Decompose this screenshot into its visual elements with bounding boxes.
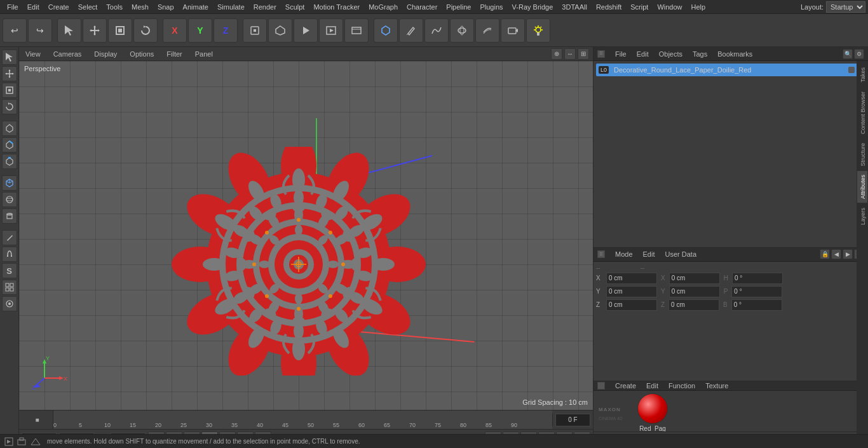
deformer-btn[interactable] xyxy=(475,18,499,43)
vp-icon-2[interactable]: ↔ xyxy=(564,48,576,60)
attr-userdata-menu[interactable]: User Data xyxy=(663,250,700,259)
sidebar-S[interactable]: S xyxy=(2,263,17,278)
menu-sculpt[interactable]: Sculpt xyxy=(281,2,309,12)
menu-edit[interactable]: Edit xyxy=(23,2,44,12)
render-btn[interactable] xyxy=(294,18,318,43)
menu-simulate[interactable]: Simulate xyxy=(213,2,249,12)
vp-icon-1[interactable]: ⊕ xyxy=(551,48,562,60)
redo-button[interactable]: ↪ xyxy=(28,18,52,43)
sidebar-rotate-tool[interactable] xyxy=(2,99,17,114)
poly-mode-btn[interactable] xyxy=(268,18,292,43)
y-pos-input[interactable] xyxy=(606,286,657,297)
shelf-function-menu[interactable]: Function xyxy=(666,381,698,390)
material-slot-1[interactable]: Red_Pag xyxy=(637,393,668,432)
attr-prev-icon[interactable]: ◀ xyxy=(831,249,841,259)
vp-options-menu[interactable]: Options xyxy=(127,49,156,59)
render-queue-btn[interactable] xyxy=(319,18,343,43)
tab-structure[interactable]: Structure xyxy=(857,139,867,170)
attr-edit-menu[interactable]: Edit xyxy=(641,250,658,259)
menu-help[interactable]: Help xyxy=(687,2,710,12)
shelf-texture-menu[interactable]: Texture xyxy=(703,381,731,390)
sidebar-point[interactable] xyxy=(2,154,17,169)
obj-bookmarks-menu[interactable]: Bookmarks xyxy=(715,50,755,58)
vp-display-menu[interactable]: Display xyxy=(92,49,119,59)
rotate-tool[interactable] xyxy=(133,18,158,43)
shelf-create-menu[interactable]: Create xyxy=(613,381,639,390)
obj-vis-icon[interactable] xyxy=(848,67,855,73)
pen-btn[interactable] xyxy=(399,18,423,43)
spline-btn[interactable] xyxy=(424,18,449,43)
menu-select[interactable]: Select xyxy=(74,2,102,12)
sidebar-move-tool[interactable] xyxy=(2,66,17,81)
menu-window[interactable]: Window xyxy=(653,2,686,12)
nurbs-btn[interactable] xyxy=(450,18,474,43)
pointer-tool[interactable] xyxy=(57,18,81,43)
scale-tool[interactable] xyxy=(108,18,132,43)
b-input[interactable] xyxy=(731,299,782,311)
x-rot-input[interactable] xyxy=(669,273,720,284)
sidebar-grid[interactable] xyxy=(2,280,17,295)
tab-content-browser[interactable]: Content Browser xyxy=(857,88,867,138)
obj-objects-menu[interactable]: Objects xyxy=(656,50,685,58)
menu-3dta[interactable]: 3DTAAll xyxy=(557,2,592,12)
h-input[interactable] xyxy=(732,273,783,284)
obj-search-icon[interactable]: 🔍 xyxy=(843,49,853,59)
status-icon-1[interactable] xyxy=(4,437,14,447)
obj-file-menu[interactable]: File xyxy=(613,50,629,58)
menu-snap[interactable]: Snap xyxy=(153,2,179,12)
menu-plugins[interactable]: Plugins xyxy=(475,2,507,12)
sidebar-polygon[interactable] xyxy=(2,121,17,136)
menu-create[interactable]: Create xyxy=(44,2,74,12)
vp-filter-menu[interactable]: Filter xyxy=(164,49,184,59)
menu-mesh[interactable]: Mesh xyxy=(127,2,153,12)
camera-btn[interactable] xyxy=(501,18,525,43)
shelf-edit-menu[interactable]: Edit xyxy=(644,381,661,390)
timeline-ruler[interactable]: 0 5 10 15 20 25 30 35 40 45 50 55 60 65 xyxy=(53,411,552,429)
undo-button[interactable]: ↩ xyxy=(3,18,27,43)
p-input[interactable] xyxy=(731,286,782,297)
move-tool[interactable] xyxy=(83,18,107,43)
menu-mograph[interactable]: MoGraph xyxy=(364,2,402,12)
vp-cameras-menu[interactable]: Cameras xyxy=(51,49,85,59)
obj-mode-btn[interactable] xyxy=(243,18,267,43)
menu-animate[interactable]: Animate xyxy=(179,2,213,12)
y-axis-btn[interactable]: Y xyxy=(188,18,212,43)
material-ball-red[interactable] xyxy=(637,393,668,424)
menu-pipeline[interactable]: Pipeline xyxy=(442,2,475,12)
y-rot-input[interactable] xyxy=(669,286,720,297)
obj-tags-menu[interactable]: Tags xyxy=(690,50,710,58)
status-icon-3[interactable] xyxy=(29,437,42,447)
menu-tools[interactable]: Tools xyxy=(102,2,127,12)
object-row-doilie[interactable]: L0 Decorative_Round_Lace_Paper_Doilie_Re… xyxy=(596,64,865,76)
tab-takes[interactable]: Takes xyxy=(857,64,867,86)
sidebar-sphere[interactable] xyxy=(2,192,17,207)
viewport-canvas[interactable]: Perspective Grid Spacing : 10 cm Y X Z xyxy=(19,61,593,410)
light-btn[interactable] xyxy=(526,18,550,43)
z-pos-input[interactable] xyxy=(606,299,657,311)
obj-edit-menu[interactable]: Edit xyxy=(634,50,651,58)
z-axis-btn[interactable]: Z xyxy=(214,18,238,43)
current-frame-input[interactable] xyxy=(555,414,590,426)
status-icon-2[interactable] xyxy=(17,437,27,447)
vp-view-menu[interactable]: View xyxy=(23,49,43,59)
tab-layers[interactable]: Layers xyxy=(857,204,867,229)
vp-icon-3[interactable]: ⊞ xyxy=(578,48,589,60)
obj-settings-icon[interactable]: ⚙ xyxy=(854,49,864,59)
menu-motion-tracker[interactable]: Motion Tracker xyxy=(309,2,364,12)
sidebar-scale-tool[interactable] xyxy=(2,83,17,98)
menu-render[interactable]: Render xyxy=(249,2,281,12)
tab-attributes[interactable]: Attributes xyxy=(857,171,867,203)
attr-mode-menu[interactable]: Mode xyxy=(613,250,635,259)
x-axis-btn[interactable]: X xyxy=(163,18,187,43)
sidebar-cube[interactable] xyxy=(2,175,17,191)
sidebar-edge[interactable] xyxy=(2,137,17,153)
menu-script[interactable]: Script xyxy=(626,2,653,12)
menu-character[interactable]: Character xyxy=(402,2,442,12)
render-view-btn[interactable] xyxy=(344,18,369,43)
doily-object[interactable] xyxy=(137,144,461,379)
sidebar-select-tool[interactable] xyxy=(2,50,17,65)
sidebar-paint[interactable] xyxy=(2,296,17,311)
menu-file[interactable]: File xyxy=(3,2,23,12)
attr-lock-icon[interactable]: 🔒 xyxy=(820,249,830,259)
sidebar-knife[interactable] xyxy=(2,230,17,245)
